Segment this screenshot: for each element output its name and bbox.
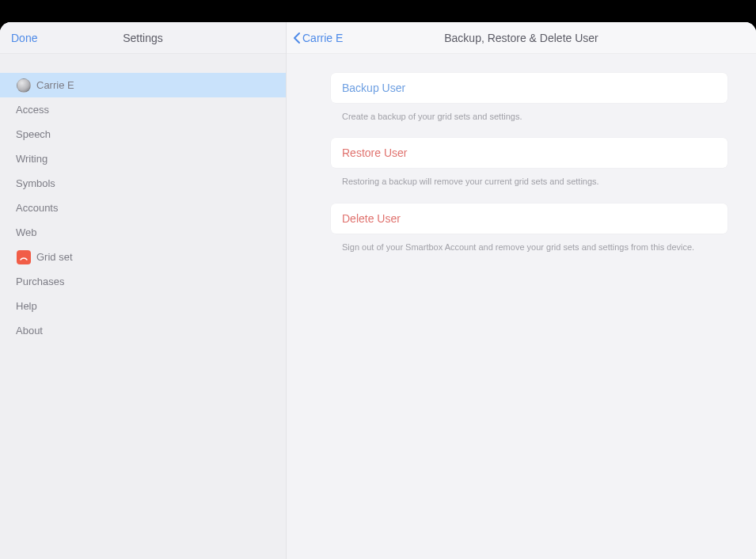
back-label: Carrie E — [302, 32, 343, 44]
sidebar-item-accounts[interactable]: Accounts — [0, 196, 286, 220]
settings-sidebar: Done Settings Carrie E Access Speech Wri… — [0, 22, 287, 559]
sidebar-item-label: Writing — [16, 153, 47, 165]
sidebar-item-label: Help — [16, 300, 37, 312]
sidebar-item-web[interactable]: Web — [0, 220, 286, 245]
backup-user-desc: Create a backup of your grid sets and se… — [331, 103, 728, 138]
chevron-left-icon — [293, 32, 301, 44]
sidebar-item-label: Carrie E — [36, 79, 74, 91]
grid-set-slot — [16, 250, 32, 264]
restore-user-label: Restore User — [342, 146, 407, 159]
sidebar-item-label: Symbols — [16, 177, 55, 189]
delete-user-label: Delete User — [342, 212, 401, 225]
sidebar-item-label: About — [16, 325, 43, 337]
sidebar-item-label: Web — [16, 226, 37, 238]
user-avatar-icon — [17, 78, 31, 93]
sidebar-item-about[interactable]: About — [0, 318, 286, 343]
sidebar-list: Carrie E Access Speech Writing Symbols A… — [0, 54, 286, 343]
backup-user-label: Backup User — [342, 82, 405, 94]
sidebar-item-label: Access — [16, 104, 49, 116]
sidebar-item-purchases[interactable]: Purchases — [0, 269, 286, 294]
sidebar-item-symbols[interactable]: Symbols — [0, 171, 286, 196]
main-content: Backup User Create a backup of your grid… — [287, 54, 756, 268]
back-button[interactable]: Carrie E — [293, 32, 343, 44]
grid-set-icon — [17, 250, 31, 264]
sidebar-item-access[interactable]: Access — [0, 97, 286, 122]
sidebar-item-label: Accounts — [16, 202, 58, 214]
main-header: Carrie E Backup, Restore & Delete User — [287, 22, 756, 54]
page-title: Backup, Restore & Delete User — [287, 32, 756, 44]
sidebar-item-writing[interactable]: Writing — [0, 146, 286, 171]
main-panel: Carrie E Backup, Restore & Delete User B… — [287, 22, 756, 559]
sidebar-title: Settings — [0, 32, 286, 44]
done-button[interactable]: Done — [11, 32, 37, 44]
sidebar-item-help[interactable]: Help — [0, 294, 286, 318]
avatar-slot — [16, 78, 32, 93]
restore-user-button[interactable]: Restore User — [331, 138, 728, 168]
sidebar-header: Done Settings — [0, 22, 286, 54]
restore-user-desc: Restoring a backup will remove your curr… — [331, 168, 728, 203]
sidebar-item-grid-set[interactable]: Grid set — [0, 245, 286, 269]
delete-user-button[interactable]: Delete User — [331, 203, 728, 234]
backup-user-button[interactable]: Backup User — [331, 73, 728, 103]
delete-user-desc: Sign out of your Smartbox Account and re… — [331, 234, 728, 268]
sidebar-item-label: Purchases — [16, 276, 64, 287]
app-window: Done Settings Carrie E Access Speech Wri… — [0, 22, 756, 559]
sidebar-item-user-profile[interactable]: Carrie E — [0, 73, 286, 97]
sidebar-item-label: Speech — [16, 128, 51, 140]
sidebar-item-speech[interactable]: Speech — [0, 122, 286, 146]
sidebar-item-label: Grid set — [36, 251, 73, 263]
